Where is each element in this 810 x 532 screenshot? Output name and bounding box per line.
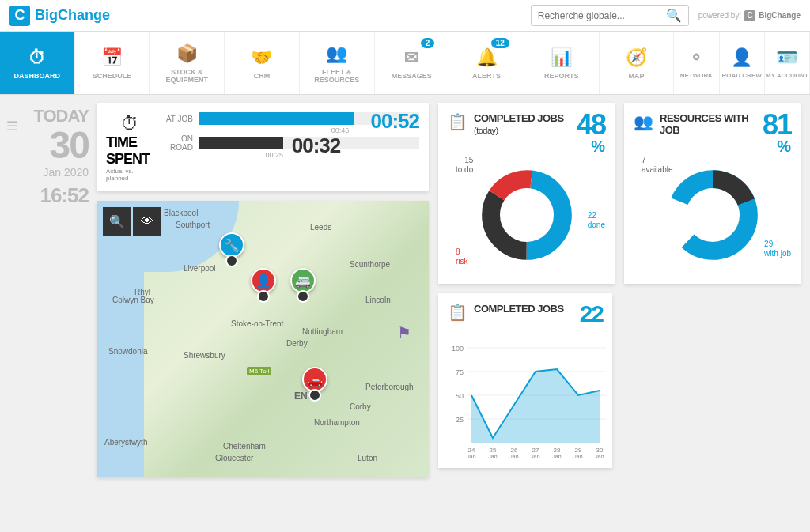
svg-text:50: 50 bbox=[456, 392, 464, 400]
svg-text:25: 25 bbox=[456, 416, 464, 424]
menu-toggle-icon[interactable]: ☰ bbox=[6, 119, 17, 134]
global-search[interactable]: 🔍 bbox=[531, 5, 689, 26]
svg-text:Jan: Jan bbox=[595, 454, 604, 458]
completed-jobs-value: 22 bbox=[580, 303, 603, 324]
nav-roadcrew[interactable]: 👤ROAD CREW bbox=[720, 32, 765, 94]
search-icon: 🔍 bbox=[666, 8, 682, 23]
svg-text:27: 27 bbox=[532, 447, 539, 454]
boxes-icon: 📦 bbox=[176, 43, 198, 65]
brand-logo[interactable]: C BigChange bbox=[9, 6, 110, 26]
map-card[interactable]: 🔍 👁 Leeds Liverpool Scunthorpe Lincoln S… bbox=[97, 201, 429, 477]
brand-name: BigChange bbox=[35, 7, 110, 24]
map-flag-icon[interactable]: ⚑ bbox=[397, 323, 411, 342]
nav-stock[interactable]: 📦STOCK & EQUIPMENT bbox=[150, 32, 225, 94]
nav-map[interactable]: 🧭MAP bbox=[600, 32, 675, 94]
completed-jobs-chart-card: 📋 COMPLETED JOBS 22 100 75 50 25 bbox=[438, 293, 612, 468]
chart-icon: 📊 bbox=[551, 47, 572, 69]
completed-jobs-title: COMPLETED JOBS bbox=[474, 303, 573, 315]
map-eye-icon[interactable]: 👁 bbox=[133, 207, 161, 236]
date-time: 16:52 bbox=[9, 183, 89, 208]
map-pin-blue[interactable]: 🔧 bbox=[219, 232, 244, 264]
stopwatch-icon: ⏱ bbox=[120, 112, 139, 134]
bell-icon: 🔔 bbox=[476, 47, 498, 69]
nav-fleet[interactable]: 👥FLEET & RESOURCES bbox=[300, 32, 375, 94]
nav-alerts[interactable]: 🔔ALERTS12 bbox=[449, 32, 524, 94]
on-road-actual: 00:32 bbox=[292, 134, 341, 158]
compass-icon: 🧭 bbox=[626, 47, 647, 69]
network-icon: ⚬ bbox=[689, 47, 703, 69]
svg-text:75: 75 bbox=[456, 368, 464, 376]
id-icon: 🪪 bbox=[776, 47, 797, 69]
clipboard-icon: 📋 bbox=[448, 112, 467, 131]
date-month: Jan 2020 bbox=[9, 166, 89, 179]
svg-text:28: 28 bbox=[554, 447, 561, 454]
nav-reports[interactable]: 📊REPORTS bbox=[524, 32, 600, 94]
svg-text:26: 26 bbox=[511, 447, 518, 454]
map-zoom-icon[interactable]: 🔍 bbox=[103, 207, 131, 236]
svg-text:24: 24 bbox=[468, 447, 475, 454]
calendar-icon: 📅 bbox=[101, 47, 123, 69]
people-icon: 👥 bbox=[634, 112, 653, 131]
clipboard-icon-2: 📋 bbox=[448, 303, 467, 322]
map-pin-red[interactable]: 👤 bbox=[251, 268, 276, 300]
gauge-icon: ⏱ bbox=[28, 47, 46, 69]
nav-crm[interactable]: 🤝CRM bbox=[225, 32, 300, 94]
completed-today-card: 📋 COMPLETED JOBS (today) 48% 15to do 8ri… bbox=[438, 103, 615, 284]
on-road-planned: 00:25 bbox=[265, 151, 283, 159]
search-input[interactable] bbox=[538, 10, 666, 21]
map-canvas[interactable]: Leeds Liverpool Scunthorpe Lincoln Stoke… bbox=[97, 201, 429, 477]
svg-text:30: 30 bbox=[596, 447, 604, 454]
time-spent-card: ⏱ TIME SPENT Actual vs. planned AT JOB 0… bbox=[97, 103, 429, 191]
on-road-label: ON ROAD bbox=[163, 134, 193, 152]
completed-today-value: 48 bbox=[577, 112, 605, 138]
main-nav: ⏱DASHBOARD 📅SCHEDULE 📦STOCK & EQUIPMENT … bbox=[0, 32, 810, 95]
resources-title: RESOURCES WITH JOB bbox=[660, 112, 756, 136]
messages-badge: 2 bbox=[421, 38, 435, 48]
at-job-actual: 00:52 bbox=[371, 109, 420, 134]
svg-text:25: 25 bbox=[490, 447, 497, 454]
completed-today-title: COMPLETED JOBS bbox=[474, 112, 564, 124]
logo-icon: C bbox=[9, 6, 30, 26]
date-panel: TODAY 30 Jan 2020 16:52 bbox=[9, 103, 89, 477]
time-spent-sub: Actual vs. planned bbox=[106, 168, 153, 182]
svg-text:Jan: Jan bbox=[488, 454, 497, 458]
nav-dashboard[interactable]: ⏱DASHBOARD bbox=[0, 32, 75, 94]
svg-text:Jan: Jan bbox=[573, 454, 582, 458]
completed-jobs-linechart: 100 75 50 25 24 25 26 27 28 29 30 Jan bbox=[448, 332, 603, 458]
powered-by: powered by: C BigChange bbox=[698, 10, 801, 21]
resources-donut bbox=[665, 168, 760, 262]
user-icon: 👤 bbox=[731, 47, 752, 69]
svg-text:Jan: Jan bbox=[531, 454, 539, 458]
svg-text:Jan: Jan bbox=[467, 454, 475, 458]
envelope-icon: ✉ bbox=[404, 47, 418, 69]
map-pin-green[interactable]: 🚐 bbox=[290, 268, 316, 300]
date-day: 30 bbox=[9, 126, 89, 164]
completed-donut bbox=[479, 168, 574, 262]
map-pin-red2[interactable]: 🚗 bbox=[302, 367, 327, 398]
handshake-icon: 🤝 bbox=[251, 47, 272, 69]
header: C BigChange 🔍 powered by: C BigChange bbox=[0, 0, 810, 32]
at-job-label: AT JOB bbox=[163, 115, 193, 123]
svg-text:29: 29 bbox=[575, 447, 582, 454]
nav-schedule[interactable]: 📅SCHEDULE bbox=[75, 32, 150, 94]
nav-account[interactable]: 🪪MY ACCOUNT bbox=[765, 32, 810, 94]
resources-value: 81 bbox=[763, 112, 791, 138]
nav-messages[interactable]: ✉MESSAGES2 bbox=[375, 32, 450, 94]
svg-text:Jan: Jan bbox=[552, 454, 561, 458]
nav-network[interactable]: ⚬NETWORK bbox=[674, 32, 719, 94]
svg-text:100: 100 bbox=[452, 345, 464, 353]
alerts-badge: 12 bbox=[491, 38, 509, 48]
fleet-icon: 👥 bbox=[326, 43, 347, 65]
time-spent-title: TIME SPENT bbox=[106, 134, 153, 168]
svg-text:Jan: Jan bbox=[509, 454, 518, 458]
powered-logo-icon: C bbox=[744, 10, 755, 21]
resources-card: 👥 RESOURCES WITH JOB 81% 7available 29wi… bbox=[624, 103, 801, 284]
